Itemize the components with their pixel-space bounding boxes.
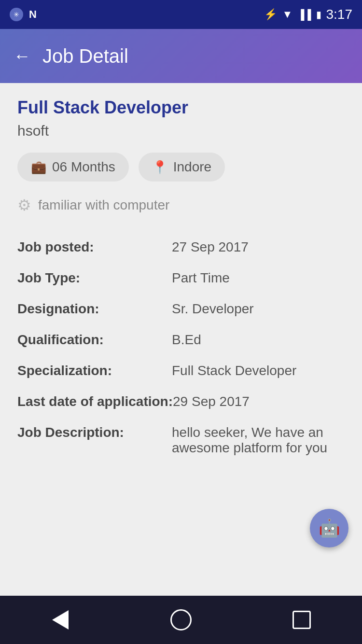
asterisk-icon: ✳ bbox=[10, 8, 23, 21]
nav-back-button[interactable] bbox=[46, 605, 75, 634]
wifi-icon: ▼ bbox=[282, 8, 292, 21]
job-type-row: Job Type: Part Time bbox=[17, 263, 345, 294]
battery-icon: ▮ bbox=[316, 9, 321, 20]
feature-text: familiar with computer bbox=[38, 197, 169, 213]
bluetooth-icon: ⚡ bbox=[264, 8, 277, 21]
back-nav-icon bbox=[52, 610, 69, 630]
bottom-nav bbox=[0, 596, 362, 644]
description-row: Job Description: hello seeker, We have a… bbox=[17, 417, 345, 463]
experience-value: 06 Months bbox=[52, 159, 115, 175]
specialization-label: Specialization: bbox=[17, 363, 172, 378]
location-tag: 📍 Indore bbox=[139, 153, 225, 182]
last-date-label: Last date of application: bbox=[17, 394, 173, 409]
designation-label: Designation: bbox=[17, 301, 172, 317]
status-bar-right: ⚡ ▼ ▐▐ ▮ 3:17 bbox=[264, 7, 352, 22]
location-icon: 📍 bbox=[152, 160, 167, 175]
job-posted-row: Job posted: 27 Sep 2017 bbox=[17, 232, 345, 263]
features-row: ⚙ familiar with computer bbox=[17, 196, 345, 214]
nav-home-button[interactable] bbox=[167, 605, 195, 634]
qualification-value: B.Ed bbox=[172, 332, 345, 348]
specialization-row: Specialization: Full Stack Developer bbox=[17, 355, 345, 386]
job-posted-value: 27 Sep 2017 bbox=[172, 239, 345, 255]
user-settings-icon: ⚙ bbox=[17, 196, 31, 214]
location-value: Indore bbox=[173, 159, 211, 175]
designation-value: Sr. Developer bbox=[172, 301, 345, 317]
job-type-value: Part Time bbox=[172, 270, 345, 286]
last-date-row: Last date of application: 29 Sep 2017 bbox=[17, 386, 345, 417]
home-nav-icon bbox=[170, 609, 192, 630]
job-title: Full Stack Developer bbox=[17, 98, 345, 118]
job-type-label: Job Type: bbox=[17, 270, 172, 286]
nav-recent-button[interactable] bbox=[287, 605, 316, 634]
toolbar: ← Job Detail bbox=[0, 29, 362, 83]
clock: 3:17 bbox=[326, 7, 353, 22]
company-name: hsoft bbox=[17, 123, 345, 139]
status-bar-left: ✳ N bbox=[10, 8, 37, 21]
job-posted-label: Job posted: bbox=[17, 239, 172, 255]
experience-tag: 💼 06 Months bbox=[17, 153, 129, 182]
signal-icon: ▐▐ bbox=[297, 9, 311, 20]
briefcase-icon: 💼 bbox=[31, 160, 46, 175]
details-table: Job posted: 27 Sep 2017 Job Type: Part T… bbox=[17, 232, 345, 463]
fab-button[interactable]: 🤖 bbox=[310, 509, 348, 547]
page-title: Job Detail bbox=[42, 45, 128, 67]
recent-nav-icon bbox=[292, 611, 311, 629]
description-value: hello seeker, We have an awesome platfor… bbox=[172, 425, 345, 456]
qualification-label: Qualification: bbox=[17, 332, 172, 348]
description-label: Job Description: bbox=[17, 425, 172, 440]
back-button[interactable]: ← bbox=[14, 47, 31, 65]
qualification-row: Qualification: B.Ed bbox=[17, 324, 345, 355]
tags-row: 💼 06 Months 📍 Indore bbox=[17, 153, 345, 182]
specialization-value: Full Stack Developer bbox=[172, 363, 345, 378]
android-icon: 🤖 bbox=[319, 518, 340, 538]
designation-row: Designation: Sr. Developer bbox=[17, 294, 345, 324]
last-date-value: 29 Sep 2017 bbox=[173, 394, 345, 409]
content-area: Full Stack Developer hsoft 💼 06 Months 📍… bbox=[0, 83, 362, 596]
status-bar: ✳ N ⚡ ▼ ▐▐ ▮ 3:17 bbox=[0, 0, 362, 29]
notification-icon: N bbox=[29, 8, 37, 21]
